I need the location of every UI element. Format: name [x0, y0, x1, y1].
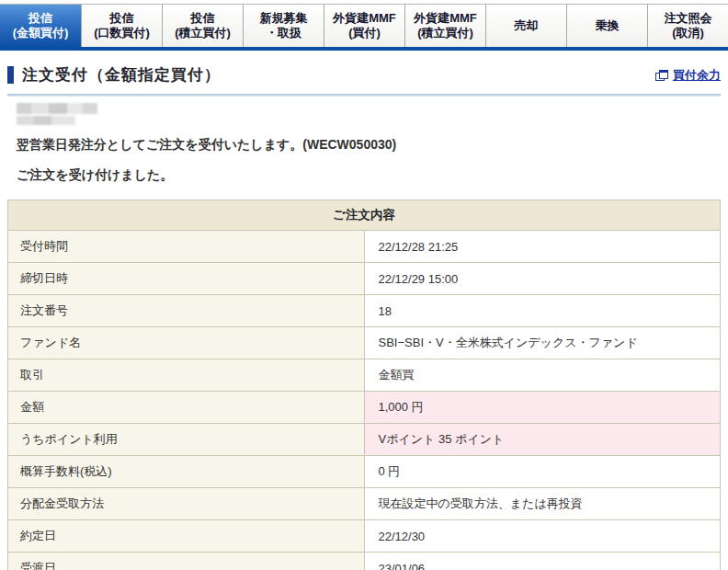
redacted-line: [17, 103, 97, 114]
row-label: 受渡日: [8, 553, 365, 570]
row-value: 22/12/28 21:25: [364, 231, 721, 263]
tab-label: 注文照会 (取消): [665, 11, 712, 40]
row-label: 受付時間: [8, 231, 365, 263]
tab-gaika-mmf-kaitsuke[interactable]: 外貨建MMF (買付): [324, 5, 404, 47]
row-label: 分配金受取方法: [8, 488, 365, 520]
tab-shinki-boshu-toriatsukai[interactable]: 新規募集 ・取扱: [243, 5, 324, 47]
title-accent-bar: [7, 66, 14, 84]
order-details-table: ご注文内容 受付時間 22/12/28 21:25 締切日時 22/12/29 …: [7, 200, 721, 570]
tab-toushin-kuchisu-kaitsuke[interactable]: 投信 (口数買付): [81, 5, 162, 47]
buying-power-link[interactable]: 買付余力: [655, 67, 721, 84]
row-label: 金額: [8, 392, 365, 424]
tab-label: 投信 (口数買付): [94, 11, 150, 40]
row-value: 金額買: [364, 359, 721, 392]
tab-label: 投信 (金額買付): [13, 11, 69, 40]
tab-chumon-shokai-torikeshi[interactable]: 注文照会 (取消): [647, 5, 728, 47]
table-row-uketsuke-jikan: 受付時間 22/12/28 21:25: [8, 231, 721, 263]
tab-toushin-kingaku-kaitsuke[interactable]: 投信 (金額買付): [0, 5, 81, 47]
redacted-line: [17, 116, 75, 125]
row-label: 取引: [8, 359, 365, 392]
row-label: ファンド名: [8, 327, 365, 359]
row-label: うちポイント利用: [8, 424, 365, 456]
page-header: 注文受付（金額指定買付） 買付余力: [0, 51, 728, 97]
tab-baikyaku[interactable]: 売却: [485, 5, 566, 47]
tab-label: 外貨建MMF (積立買付): [414, 11, 477, 40]
tab-toushin-tsumitate-kaitsuke[interactable]: 投信 (積立買付): [162, 5, 243, 47]
table-row-ukewatashibi: 受渡日 23/01/06: [8, 553, 721, 570]
row-value: 22/12/29 15:00: [364, 263, 721, 295]
tab-label: 新規募集 ・取扱: [260, 11, 308, 40]
table-title-row: ご注文内容: [8, 200, 721, 231]
order-accepted-message: ご注文を受け付けました。: [0, 167, 728, 184]
order-receipt-message: 翌営業日発注分としてご注文を受付いたします。(WECW050030): [0, 137, 728, 154]
table-title: ご注文内容: [8, 200, 721, 231]
tab-label: 外貨建MMF (買付): [333, 11, 396, 40]
table-row-kingaku: 金額 1,000 円: [8, 392, 721, 424]
table-row-yakujobi: 約定日 22/12/30: [8, 520, 721, 553]
row-value: 23/01/06: [364, 553, 721, 570]
tab-label: 投信 (積立買付): [175, 11, 231, 40]
row-label: 注文番号: [8, 295, 365, 327]
redacted-account-info: [17, 103, 728, 125]
row-value: 現在設定中の受取方法、または再投資: [364, 488, 721, 520]
row-value: SBI−SBI・V・全米株式インデックス・ファンド: [364, 327, 721, 359]
row-label: 約定日: [8, 520, 365, 553]
table-row-point-riyo: うちポイント利用 Vポイント 35 ポイント: [8, 424, 721, 456]
tab-label: 乗換: [596, 18, 620, 33]
row-value: 0 円: [364, 456, 721, 488]
tab-label: 売却: [515, 18, 539, 33]
table-row-chumon-bango: 注文番号 18: [8, 295, 721, 327]
row-value: 22/12/30: [364, 520, 721, 553]
title-divider: [7, 94, 721, 97]
row-label: 締切日時: [8, 263, 365, 295]
table-row-fund-mei: ファンド名 SBI−SBI・V・全米株式インデックス・ファンド: [8, 327, 721, 359]
table-row-bunpaikin-uketori: 分配金受取方法 現在設定中の受取方法、または再投資: [8, 488, 721, 520]
new-window-icon: [655, 70, 668, 81]
table-row-gaisan-tesuryo: 概算手数料(税込) 0 円: [8, 456, 721, 488]
page-title: 注文受付（金額指定買付）: [22, 64, 221, 86]
row-label: 概算手数料(税込): [8, 456, 365, 488]
row-value: Vポイント 35 ポイント: [364, 424, 721, 456]
row-value: 1,000 円: [364, 392, 721, 424]
tab-gaika-mmf-tsumitate[interactable]: 外貨建MMF (積立買付): [404, 5, 485, 47]
table-row-torihiki: 取引 金額買: [8, 359, 721, 392]
tab-norikae[interactable]: 乗換: [566, 5, 647, 47]
table-row-shimekiri-nichiji: 締切日時 22/12/29 15:00: [8, 263, 721, 295]
row-value: 18: [364, 295, 721, 327]
tab-bar: 投信 (金額買付) 投信 (口数買付) 投信 (積立買付) 新規募集 ・取扱 外…: [0, 4, 728, 47]
buying-power-link-label: 買付余力: [673, 67, 721, 84]
